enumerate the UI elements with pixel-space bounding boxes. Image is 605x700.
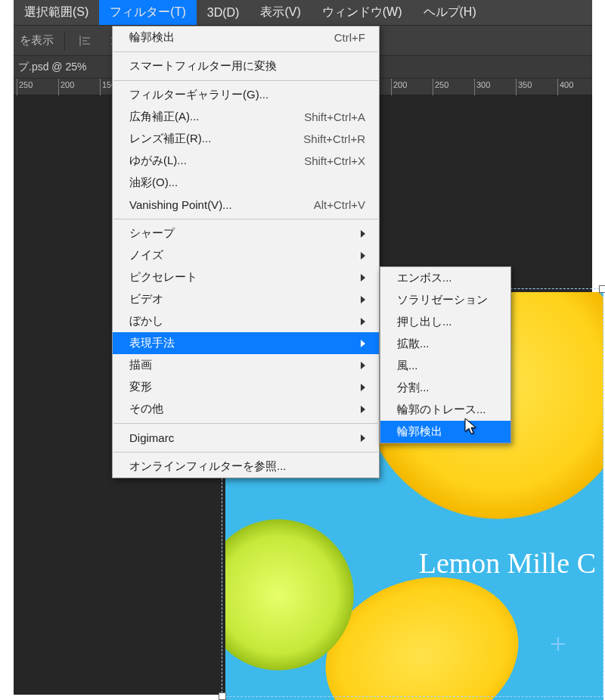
filter-menu-item[interactable]: シャープ (113, 222, 379, 244)
stylize-menu-item[interactable]: 輪郭検出 (380, 421, 510, 443)
menu-item-label: 押し出し... (397, 315, 497, 329)
align-left-icon[interactable] (76, 31, 95, 51)
submenu-arrow-icon (361, 249, 365, 262)
menu-item-label: ソラリゼーション (397, 293, 515, 307)
menu-item-label: スマートフィルター用に変換 (129, 59, 365, 73)
filter-menu-item[interactable]: ビデオ (113, 288, 379, 310)
filter-menu-item[interactable]: 輪郭検出Ctrl+F (113, 26, 379, 48)
ruler-tick: 400 (557, 79, 558, 95)
menu-item-label: Digimarc (129, 431, 361, 444)
menu-ヘルプ(H)[interactable]: ヘルプ(H) (413, 0, 487, 25)
stylize-menu-item[interactable]: エンボス... (380, 267, 510, 289)
filter-menu-item[interactable]: その他 (113, 398, 379, 420)
show-controls-label: を表示 (20, 33, 54, 48)
filter-menu-item[interactable]: ぼかし (113, 310, 379, 332)
filter-menu-item[interactable]: ピクセレート (113, 266, 379, 288)
submenu-arrow-icon (361, 315, 365, 328)
menu-item-label: 広角補正(A)... (129, 110, 304, 124)
filter-menu-item[interactable]: Digimarc (113, 427, 379, 449)
filter-menu-item[interactable]: オンラインフィルターを参照... (113, 456, 379, 478)
app-window: 選択範囲(S)フィルター(T)3D(D)表示(V)ウィンドウ(W)ヘルプ(H) … (14, 0, 592, 695)
stylize-menu-item[interactable]: 輪郭のトレース... (380, 399, 510, 421)
menu-item-label: ゆがみ(L)... (129, 154, 304, 168)
ruler-tick-label: 200 (393, 80, 407, 89)
menu-item-label: 変形 (129, 380, 361, 394)
menu-separator (113, 452, 378, 453)
ruler-tick-label: 250 (435, 80, 448, 89)
filter-menu-item[interactable]: 変形 (113, 376, 379, 398)
menu-3D(D)[interactable]: 3D(D) (197, 0, 250, 25)
menu-item-label: レンズ補正(R)... (129, 132, 303, 146)
menu-フィルター(T)[interactable]: フィルター(T) (99, 0, 196, 25)
menu-item-shortcut: Alt+Ctrl+V (314, 198, 365, 211)
menu-item-label: その他 (129, 402, 361, 416)
menu-separator (113, 423, 378, 424)
ruler-tick-label: 200 (60, 80, 74, 89)
filter-menu-item[interactable]: Vanishing Point(V)...Alt+Ctrl+V (113, 194, 379, 216)
filter-menu-item[interactable]: ノイズ (113, 244, 379, 266)
menu-item-label: 拡散... (397, 337, 497, 351)
ruler-tick: 300 (474, 79, 475, 95)
submenu-arrow-icon (361, 403, 365, 415)
submenu-arrow-icon (361, 337, 365, 350)
stylize-menu-item[interactable]: 風... (380, 355, 510, 377)
filter-menu-item[interactable]: 描画 (113, 354, 379, 376)
stylize-menu-item[interactable]: 分割... (380, 377, 510, 399)
ruler-tick-label: 300 (476, 80, 490, 89)
ruler-tick-label: 400 (560, 80, 573, 89)
ruler-tick: 350 (516, 79, 517, 95)
menu-item-label: エンボス... (397, 271, 497, 285)
menu-item-label: 輪郭検出 (129, 30, 334, 45)
menu-item-label: ぼかし (129, 314, 361, 328)
ruler-tick-label: 250 (19, 80, 33, 89)
menu-選択範囲(S)[interactable]: 選択範囲(S) (14, 0, 99, 25)
menu-item-label: Vanishing Point(V)... (129, 198, 314, 211)
document-tab-title: プ.psd @ 25% (18, 61, 86, 74)
menu-item-label: 油彩(O)... (129, 176, 365, 190)
menu-item-label: フィルターギャラリー(G)... (129, 88, 365, 102)
menu-item-label: 描画 (129, 358, 361, 372)
filter-menu-item[interactable]: スマートフィルター用に変換 (113, 55, 379, 77)
menu-item-label: 輪郭検出 (397, 425, 497, 439)
menu-item-label: ビデオ (129, 292, 361, 306)
menu-separator (113, 80, 378, 81)
divider (64, 31, 65, 51)
menu-item-label: 風... (397, 359, 497, 373)
submenu-arrow-icon (361, 359, 365, 372)
filter-menu: 輪郭検出Ctrl+Fスマートフィルター用に変換フィルターギャラリー(G)...広… (112, 26, 380, 478)
filter-menu-item[interactable]: ゆがみ(L)...Shift+Ctrl+X (113, 150, 379, 172)
menu-表示(V)[interactable]: 表示(V) (250, 0, 311, 25)
submenu-arrow-icon (361, 227, 365, 240)
menu-item-shortcut: Shift+Ctrl+R (303, 132, 365, 145)
stylize-menu-item[interactable]: ソラリゼーション (380, 289, 510, 311)
filter-menu-item[interactable]: フィルターギャラリー(G)... (113, 84, 379, 106)
filter-menu-item[interactable]: 表現手法 (113, 332, 379, 354)
filter-menu-item[interactable]: レンズ補正(R)...Shift+Ctrl+R (113, 128, 379, 150)
filter-menu-item[interactable]: 油彩(O)... (113, 172, 379, 194)
menu-item-label: ノイズ (129, 248, 361, 263)
menu-separator (113, 219, 378, 219)
menu-item-label: ピクセレート (129, 270, 361, 285)
ruler-tick: 200 (58, 79, 59, 95)
menu-ウィンドウ(W)[interactable]: ウィンドウ(W) (312, 0, 413, 25)
menu-item-label: シャープ (129, 226, 361, 241)
ruler-tick: 150 (100, 79, 101, 95)
stylize-submenu: エンボス...ソラリゼーション押し出し...拡散...風...分割...輪郭のト… (380, 266, 511, 443)
filter-menu-item[interactable]: 広角補正(A)...Shift+Ctrl+A (113, 106, 379, 128)
ruler-tick: 200 (391, 79, 392, 95)
menu-item-shortcut: Shift+Ctrl+A (304, 110, 365, 123)
menu-item-label: オンラインフィルターを参照... (129, 459, 365, 474)
menu-separator (113, 51, 378, 52)
submenu-arrow-icon (361, 293, 365, 306)
submenu-arrow-icon (361, 381, 365, 394)
menu-item-label: 表現手法 (129, 336, 361, 350)
artwork-script-text: Lemon Mille C (419, 546, 596, 580)
menubar: 選択範囲(S)フィルター(T)3D(D)表示(V)ウィンドウ(W)ヘルプ(H) (14, 0, 592, 26)
stylize-menu-item[interactable]: 拡散... (380, 333, 510, 355)
menu-item-label: 分割... (397, 381, 497, 395)
stylize-menu-item[interactable]: 押し出し... (380, 311, 510, 333)
menu-item-shortcut: Ctrl+F (334, 31, 365, 44)
ruler-tick: 250 (17, 79, 17, 95)
menu-item-label: 輪郭のトレース... (397, 403, 513, 417)
menu-item-shortcut: Shift+Ctrl+X (304, 154, 365, 167)
